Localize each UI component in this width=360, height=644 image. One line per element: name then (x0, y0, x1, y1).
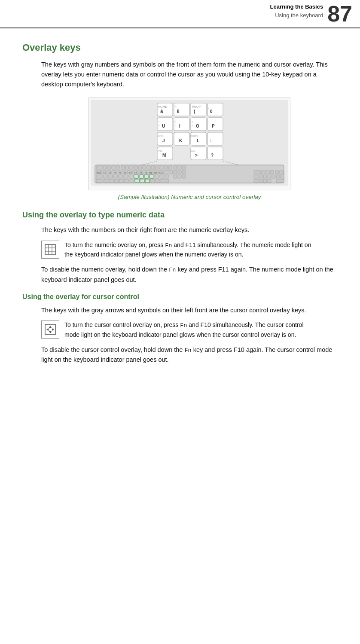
numeric-data-body1: The keys with the numbers on their right… (41, 225, 338, 235)
numeric-data-heading: Using the overlay to type numeric data (22, 209, 338, 221)
svg-rect-134 (134, 175, 138, 178)
cursor-control-heading: Using the overlay for cursor control (22, 292, 338, 302)
svg-marker-162 (46, 328, 49, 331)
svg-text:U: U (162, 124, 165, 128)
note-text-numeric: To turn the numeric overlay on, press Fn… (64, 241, 319, 260)
note-text-cursor: To turn the cursor control overlay on, p… (64, 320, 319, 340)
svg-text:F2: F2 (109, 172, 111, 174)
svg-text:&: & (160, 109, 163, 114)
note-box-cursor: To turn the cursor control overlay on, p… (41, 320, 319, 340)
svg-rect-119 (114, 179, 119, 183)
svg-rect-86 (254, 171, 261, 174)
svg-rect-130 (259, 179, 262, 183)
header-section: Using the keyboard (270, 11, 323, 20)
svg-rect-68 (182, 166, 186, 169)
svg-rect-103 (155, 175, 159, 178)
svg-rect-59 (143, 166, 146, 169)
keyboard-svg: HOME * PGUP ) & 8 ( 0 U I O P J (91, 100, 288, 186)
svg-rect-92 (96, 175, 102, 178)
svg-rect-108 (182, 175, 186, 178)
svg-rect-53 (116, 166, 119, 169)
note-icon-arrows (41, 320, 59, 339)
svg-text:O: O (196, 124, 199, 128)
keyboard-figure: HOME * PGUP ) & 8 ( 0 U I O P J (41, 98, 338, 202)
svg-rect-84 (178, 171, 181, 174)
svg-rect-129 (254, 179, 258, 183)
svg-text:F10: F10 (149, 172, 153, 174)
svg-rect-52 (112, 166, 115, 169)
svg-text:F12: F12 (159, 172, 163, 174)
svg-text:I: I (179, 124, 180, 128)
svg-rect-8 (207, 118, 223, 131)
svg-rect-85 (182, 171, 186, 174)
svg-text:F4: F4 (119, 172, 121, 174)
header-chapter: Learning the Basics (270, 3, 323, 11)
svg-text:END: END (158, 135, 164, 137)
svg-text:?: ? (211, 153, 214, 158)
keyboard-image: HOME * PGUP ) & 8 ( 0 U I O P J (88, 98, 290, 191)
svg-rect-122 (130, 179, 134, 183)
svg-rect-139 (140, 179, 144, 183)
svg-rect-91 (280, 171, 283, 174)
svg-text:F1: F1 (104, 172, 106, 174)
svg-text:F6: F6 (129, 172, 131, 174)
svg-rect-65 (168, 166, 172, 169)
svg-rect-135 (139, 175, 143, 178)
svg-rect-154 (45, 244, 55, 255)
note-icon-grid (41, 241, 59, 259)
svg-text:HOME: HOME (158, 105, 167, 108)
svg-text:F11: F11 (154, 172, 158, 174)
svg-text:F9: F9 (145, 172, 147, 174)
svg-rect-113 (272, 175, 275, 178)
svg-rect-126 (150, 179, 155, 183)
svg-rect-63 (160, 166, 163, 169)
svg-rect-14 (191, 147, 206, 160)
svg-rect-49 (96, 166, 102, 169)
cursor-control-body2: To disable the cursor control overlay, h… (41, 345, 338, 365)
svg-rect-50 (103, 166, 107, 169)
svg-rect-116 (96, 179, 103, 183)
svg-rect-89 (270, 171, 274, 174)
cursor-control-body1: The keys with the gray arrows and symbol… (41, 305, 338, 315)
svg-rect-83 (174, 171, 177, 174)
svg-text:): ) (208, 105, 209, 109)
svg-rect-96 (119, 175, 123, 178)
svg-rect-107 (178, 175, 181, 178)
svg-rect-127 (156, 179, 160, 183)
svg-text:PGUP: PGUP (192, 105, 201, 108)
svg-text:F8: F8 (140, 172, 142, 174)
svg-rect-98 (129, 175, 133, 178)
svg-rect-9 (157, 132, 173, 145)
svg-rect-131 (263, 179, 267, 183)
svg-rect-120 (119, 179, 124, 183)
svg-text:ESC: ESC (97, 172, 101, 174)
svg-text:J: J (162, 138, 165, 143)
svg-rect-88 (266, 171, 269, 174)
svg-rect-87 (262, 171, 265, 174)
svg-rect-111 (263, 175, 267, 178)
svg-rect-106 (174, 175, 177, 178)
header-text-block: Learning the Basics Using the keyboard (270, 3, 323, 19)
svg-rect-115 (281, 175, 284, 178)
svg-rect-56 (130, 166, 133, 169)
svg-rect-112 (268, 175, 271, 178)
svg-rect-66 (174, 166, 177, 169)
svg-text:DEL: DEL (190, 150, 195, 152)
main-content: Overlay keys The keys with gray numbers … (0, 28, 360, 382)
svg-rect-109 (254, 175, 258, 178)
svg-rect-82 (163, 171, 173, 174)
svg-marker-160 (49, 326, 52, 328)
svg-marker-163 (52, 328, 54, 331)
svg-rect-118 (109, 179, 113, 183)
svg-text:P: P (212, 124, 215, 128)
svg-rect-51 (107, 166, 111, 169)
svg-rect-93 (103, 175, 107, 178)
svg-text:>: > (195, 153, 198, 158)
svg-rect-117 (104, 179, 108, 183)
svg-text:F5: F5 (124, 172, 126, 174)
svg-text::: : (210, 138, 211, 143)
svg-rect-94 (108, 175, 113, 178)
svg-rect-128 (161, 179, 169, 183)
svg-rect-67 (178, 166, 181, 169)
svg-text:0: 0 (210, 109, 213, 114)
